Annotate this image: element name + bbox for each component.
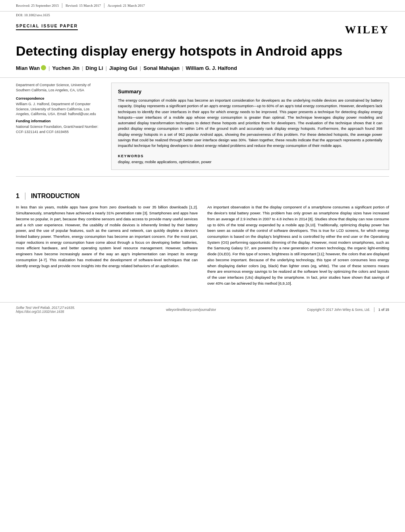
revised-date: Revised: 15 March 2017 [66,4,101,8]
orcid-icon [41,65,46,70]
funding-label: Funding information [16,119,103,123]
correspondence-label: Correspondence [16,96,103,100]
intro-heading: 1 INTRODUCTION [16,193,389,200]
sep2: | [82,65,83,71]
keywords-label: KEYWORDS [118,154,382,158]
intro-right-text: An important observation is that the dis… [207,204,389,286]
author-william-halfond: William G. J. Halfond [186,65,237,71]
footer-doi-url: https://doi.org/10.1002/stvr.1635 [16,310,64,314]
footer-copyright: Copyright © 2017 John Wiley & Sons, Ltd. [307,308,370,312]
accepted-date: Accepted: 21 March 2017 [108,4,145,8]
sep5: | [182,65,183,71]
article-title: Detecting display energy hotspots in And… [0,36,405,63]
two-column-section: Department of Computer Science, Universi… [0,77,405,170]
intro-text-columns: In less than six years, mobile apps have… [0,204,405,286]
summary-text: The energy consumption of mobile apps ha… [118,98,382,148]
wiley-logo: WILEY [345,23,389,36]
keywords-text: display, energy, mobile applications, op… [118,160,382,164]
intro-left-text: In less than six years, mobile apps have… [16,204,198,286]
doi-text: DOI: 10.1002/stvr.1635 [16,13,50,17]
section-divider [16,176,389,177]
footer-journal: Softw Test Verif Reliab. 2017;27:e1635. … [16,306,75,314]
author-yuchen-jin: Yuchen Jin [52,65,80,71]
summary-title: Summary [118,89,382,94]
author-mian-wan: Mian Wan [16,65,40,71]
footer-right: Copyright © 2017 John Wiley & Sons, Ltd.… [307,307,389,312]
author-jiaping-gui: Jiaping Gui [109,65,137,71]
footer-separator [374,307,374,312]
separator-2 [104,3,104,8]
funding-text: National Science Foundation, Grant/Award… [16,124,103,134]
footer-website: wileyonlinelibrary.com/journal/stvr [166,308,216,312]
author-ding-li: Ding Li [86,65,103,71]
summary-box: Summary The energy consumption of mobile… [111,83,389,170]
footer-page: 1 of 15 [378,308,389,312]
correspondence-text: William G. J. Halfond, Department of Com… [16,102,103,117]
special-issue-label: SPECIAL ISSUE PAPER [16,23,78,30]
header-row: SPECIAL ISSUE PAPER WILEY [0,19,405,36]
left-column: Department of Computer Science, Universi… [16,83,103,170]
separator-1 [62,3,62,8]
affiliation-text: Department of Computer Science, Universi… [16,83,103,93]
sep3: | [106,65,107,71]
authors-line: Mian Wan | Yuchen Jin | Ding Li | Jiapin… [0,63,405,77]
intro-heading-title: INTRODUCTION [31,193,80,200]
footer: Softw Test Verif Reliab. 2017;27:e1635. … [0,302,405,317]
intro-heading-number: 1 [16,193,19,200]
author-sonal-mahajan: Sonal Mahajan [143,65,179,71]
footer-journal-name: Softw Test Verif Reliab. 2017;27:e1635. [16,306,75,310]
keywords-section: KEYWORDS display, energy, mobile applica… [118,154,382,164]
doi-line: DOI: 10.1002/stvr.1635 [0,12,405,19]
page: Received: 25 September 2015 Revised: 15 … [0,0,405,532]
intro-section: 1 INTRODUCTION [0,183,405,200]
heading-divider [25,193,25,200]
top-bar: Received: 25 September 2015 Revised: 15 … [0,0,405,12]
sep4: | [140,65,141,71]
received-date: Received: 25 September 2015 [16,4,59,8]
sep1: | [48,65,50,71]
